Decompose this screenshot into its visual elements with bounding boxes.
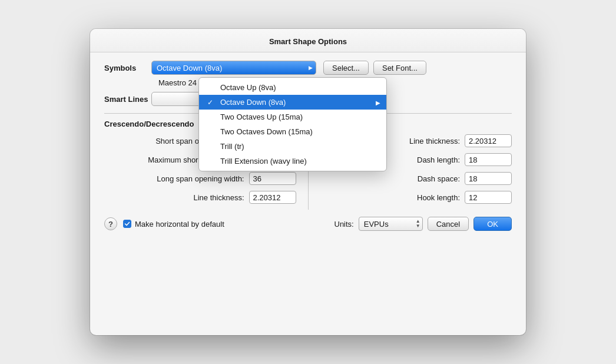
field-label: Hook length: [417, 193, 460, 202]
dropdown-item-label: Octave Up (8va) [220, 83, 276, 92]
field-label: Long span opening width: [157, 174, 244, 183]
smart-lines-label: Smart Lines [104, 95, 151, 104]
dropdown-item-two-octaves-up[interactable]: Two Octaves Up (15ma) [199, 110, 386, 124]
line-thickness-left-input[interactable] [249, 191, 296, 204]
dropdown-item-two-octaves-down[interactable]: Two Octaves Down (15ma) [199, 124, 386, 139]
line-thickness-right-input[interactable] [465, 134, 512, 147]
dash-space-input[interactable] [465, 172, 512, 185]
field-row-dash-space: Dash space: [320, 172, 512, 185]
dropdown-item-label: Octave Down (8va) [220, 98, 286, 107]
checkbox-label: Make horizontal by default [135, 220, 224, 229]
field-label: Line thickness: [409, 137, 460, 145]
submenu-arrow-icon: ▶ [376, 99, 380, 105]
dropdown-item-label: Trill Extension (wavy line) [220, 157, 307, 166]
field-label: Dash length: [417, 155, 460, 164]
dropdown-item-label: Two Octaves Up (15ma) [220, 112, 303, 121]
dash-length-input[interactable] [465, 153, 512, 166]
make-horizontal-checkbox[interactable] [123, 220, 131, 228]
select-button-symbols[interactable]: Select... [323, 61, 369, 75]
checkmark-icon: ✓ [207, 98, 213, 107]
symbols-dropdown-popup: Octave Up (8va) ✓ Octave Down (8va) ▶ Tw… [198, 77, 387, 171]
checkbox-row: Make horizontal by default [123, 220, 335, 229]
field-label: Dash space: [418, 174, 460, 183]
dropdown-item-label: Trill (tr) [220, 142, 244, 151]
units-row: Units: EVPUs Inches Centimeters Points P… [335, 217, 423, 231]
field-row-long-span: Long span opening width: [104, 172, 296, 185]
dropdown-item-label: Two Octaves Down (15ma) [220, 127, 313, 136]
set-font-button[interactable]: Set Font... [373, 61, 426, 75]
checkmark-icon [124, 221, 130, 227]
long-span-input[interactable] [249, 172, 296, 185]
units-select-wrapper: EVPUs Inches Centimeters Points Picas Sp… [359, 217, 423, 231]
dropdown-item-trill[interactable]: Trill (tr) [199, 139, 386, 154]
hook-length-input[interactable] [465, 191, 512, 204]
chevron-right-icon: ▶ [309, 65, 313, 71]
symbols-selected-value: Octave Down (8va) [157, 64, 222, 72]
ok-button[interactable]: OK [473, 217, 512, 231]
dropdown-item-trill-extension[interactable]: Trill Extension (wavy line) [199, 154, 386, 168]
dropdown-item-octave-down[interactable]: ✓ Octave Down (8va) ▶ [199, 95, 386, 110]
units-label: Units: [335, 220, 354, 229]
help-button[interactable]: ? [104, 217, 117, 230]
dropdown-item-octave-up[interactable]: Octave Up (8va) [199, 80, 386, 95]
field-row-line-thickness-left: Line thickness: [104, 191, 296, 204]
smart-shape-options-dialog: Smart Shape Options Symbols Octave Down … [90, 29, 526, 335]
symbols-label: Symbols [104, 64, 151, 72]
cancel-button[interactable]: Cancel [428, 217, 469, 231]
symbols-dropdown-trigger[interactable]: Octave Down (8va) ▶ [151, 61, 316, 75]
field-label: Line thickness: [194, 193, 244, 202]
dialog-title: Smart Shape Options [90, 29, 526, 52]
units-select[interactable]: EVPUs Inches Centimeters Points Picas Sp… [359, 217, 423, 231]
field-row-hook-length: Hook length: [320, 191, 512, 204]
